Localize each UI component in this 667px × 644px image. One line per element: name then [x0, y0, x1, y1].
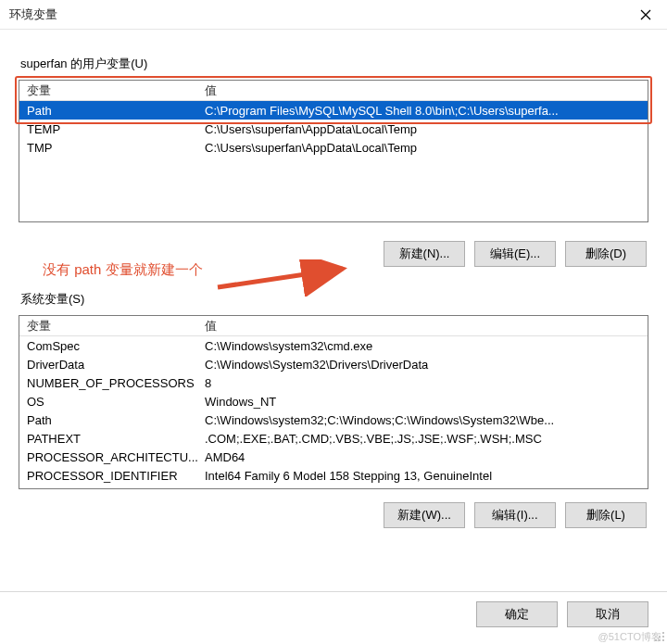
svg-line-2: [218, 269, 343, 287]
cell-variable: ComSpec: [19, 339, 199, 353]
cell-value: 8: [199, 376, 648, 390]
user-vars-buttons: 新建(N)... 编辑(E)... 删除(D): [19, 241, 647, 267]
sys-vars-label: 系统变量(S): [20, 291, 648, 308]
svg-point-4: [659, 636, 661, 638]
cell-value: C:\Users\superfan\AppData\Local\Temp: [199, 141, 648, 155]
user-delete-button[interactable]: 删除(D): [565, 241, 647, 267]
user-edit-button[interactable]: 编辑(E)...: [474, 241, 556, 267]
cell-variable: Path: [19, 413, 199, 427]
dialog-footer-buttons: 确定 取消: [476, 601, 648, 627]
sys-vars-listbox[interactable]: 变量 值 ComSpec C:\Windows\system32\cmd.exe…: [19, 315, 648, 489]
cell-value: AMD64: [199, 450, 648, 464]
cell-value: C:\Windows\system32;C:\Windows;C:\Window…: [199, 413, 648, 427]
cell-value: C:\Windows\system32\cmd.exe: [199, 339, 648, 353]
cancel-button[interactable]: 取消: [567, 601, 648, 627]
sys-vars-header[interactable]: 变量 值: [19, 316, 648, 336]
table-row[interactable]: Path C:\Program Files\MySQL\MySQL Shell …: [19, 101, 648, 120]
cell-variable: TEMP: [19, 122, 199, 136]
svg-point-7: [659, 639, 661, 641]
user-vars-label: superfan 的用户变量(U): [20, 56, 648, 72]
table-row[interactable]: DriverData C:\Windows\System32\Drivers\D…: [19, 355, 648, 373]
user-vars-header[interactable]: 变量 值: [19, 81, 648, 101]
titlebar: 环境变量: [0, 0, 667, 30]
cell-value: .COM;.EXE;.BAT;.CMD;.VBS;.VBE;.JS;.JSE;.…: [199, 432, 648, 446]
table-row[interactable]: PROCESSOR_ARCHITECTU... AMD64: [19, 448, 648, 466]
svg-point-5: [662, 636, 664, 638]
sys-new-button[interactable]: 新建(W)...: [384, 502, 465, 528]
cell-variable: PATHEXT: [19, 432, 199, 446]
table-row[interactable]: TEMP C:\Users\superfan\AppData\Local\Tem…: [19, 120, 648, 138]
svg-point-8: [662, 639, 664, 641]
cell-value: Intel64 Family 6 Model 158 Stepping 13, …: [199, 469, 648, 483]
cell-value: Windows_NT: [199, 395, 648, 409]
user-new-button[interactable]: 新建(N)...: [384, 241, 465, 267]
window-title: 环境变量: [9, 6, 57, 23]
cell-value: C:\Windows\System32\Drivers\DriverData: [199, 358, 648, 372]
footer-separator: [0, 591, 667, 592]
svg-point-3: [662, 632, 664, 634]
close-icon[interactable]: [632, 1, 660, 29]
col-header-variable[interactable]: 变量: [19, 318, 199, 335]
ok-button[interactable]: 确定: [476, 601, 558, 627]
user-vars-listbox[interactable]: 变量 值 Path C:\Program Files\MySQL\MySQL S…: [19, 80, 648, 222]
sys-edit-button[interactable]: 编辑(I)...: [474, 502, 556, 528]
client-area: superfan 的用户变量(U) 变量 值 Path C:\Program F…: [0, 30, 667, 644]
cell-variable: TMP: [19, 141, 199, 155]
svg-point-6: [655, 639, 657, 641]
table-row[interactable]: Path C:\Windows\system32;C:\Windows;C:\W…: [19, 410, 648, 429]
col-header-variable[interactable]: 变量: [19, 82, 199, 99]
cell-variable: PROCESSOR_ARCHITECTU...: [19, 450, 199, 464]
sys-delete-button[interactable]: 删除(L): [565, 502, 647, 528]
table-row[interactable]: OS Windows_NT: [19, 392, 648, 410]
table-row[interactable]: ComSpec C:\Windows\system32\cmd.exe: [19, 336, 648, 355]
cell-variable: Path: [19, 104, 199, 118]
cell-variable: DriverData: [19, 358, 199, 372]
table-row[interactable]: NUMBER_OF_PROCESSORS 8: [19, 373, 648, 392]
resize-grip-icon[interactable]: [652, 629, 665, 642]
col-header-value[interactable]: 值: [199, 82, 648, 99]
col-header-value[interactable]: 值: [199, 318, 648, 335]
cell-variable: OS: [19, 395, 199, 409]
sys-vars-buttons: 新建(W)... 编辑(I)... 删除(L): [19, 502, 647, 528]
cell-value: C:\Program Files\MySQL\MySQL Shell 8.0\b…: [199, 104, 648, 118]
cell-value: C:\Users\superfan\AppData\Local\Temp: [199, 122, 648, 136]
table-row[interactable]: TMP C:\Users\superfan\AppData\Local\Temp: [19, 138, 648, 157]
table-row[interactable]: PROCESSOR_IDENTIFIER Intel64 Family 6 Mo…: [19, 466, 648, 485]
cell-variable: NUMBER_OF_PROCESSORS: [19, 376, 199, 390]
cell-variable: PROCESSOR_IDENTIFIER: [19, 469, 199, 483]
table-row[interactable]: PATHEXT .COM;.EXE;.BAT;.CMD;.VBS;.VBE;.J…: [19, 429, 648, 448]
